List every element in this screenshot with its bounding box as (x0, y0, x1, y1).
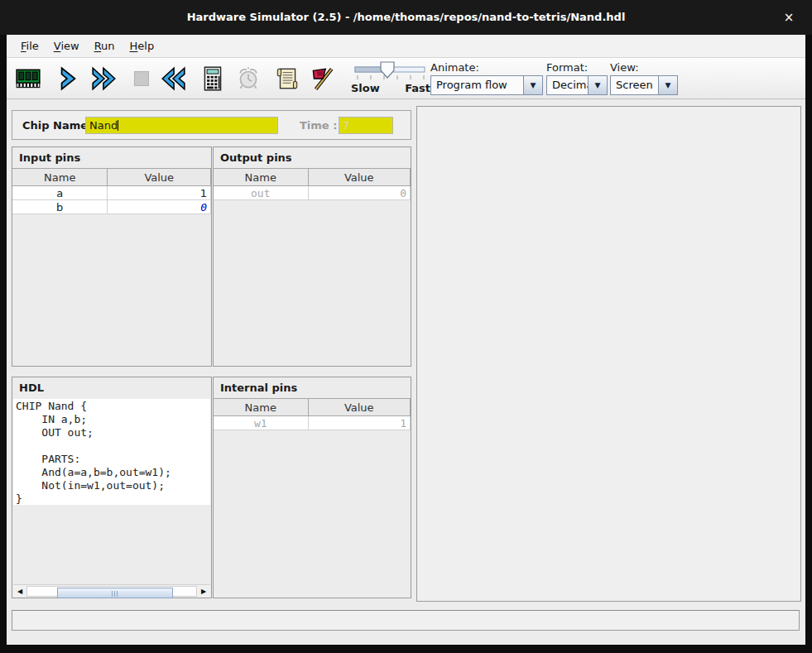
format-label: Format: (546, 61, 608, 74)
menu-bar: File View Run Help (7, 35, 805, 58)
app-window: Hardware Simulator (2.5) - /home/thomas/… (0, 0, 812, 653)
pin-value: 1 (308, 416, 411, 430)
speed-slider-group: Slow Fast (346, 60, 432, 98)
code-line: IN a,b; (16, 413, 208, 426)
hdl-title: HDL (12, 377, 211, 398)
text-caret (118, 120, 118, 131)
menu-view[interactable]: View (46, 36, 87, 55)
hdl-panel: HDL CHIP Nand { IN a,b; OUT out; PARTS: … (12, 377, 212, 598)
pin-name: b (12, 200, 108, 214)
animate-combo-group: Animate: Program flow ▼ (430, 61, 543, 95)
chip-name-bar: Chip Name : Nand Time : 7 (12, 110, 411, 140)
menu-run[interactable]: Run (87, 36, 123, 55)
time-label: Time : (300, 119, 337, 132)
slow-label: Slow (351, 82, 380, 94)
code-line: CHIP Nand { (16, 400, 208, 413)
title-bar: Hardware Simulator (2.5) - /home/thomas/… (0, 0, 812, 35)
calculator-icon (199, 65, 227, 93)
chip-name-input[interactable]: Nand (85, 117, 278, 134)
table-row: w1 1 (214, 416, 411, 430)
hdl-horizontal-scrollbar[interactable]: ◀ ▶ (13, 584, 210, 597)
code-line: } (16, 492, 208, 505)
internal-pins-table: Name Value w1 1 (214, 398, 411, 430)
internal-pins-title: Internal pins (214, 377, 411, 398)
table-header: Name Value (12, 169, 211, 186)
code-line: Not(in=w1,out=out); (16, 479, 208, 492)
screen-view-panel (416, 106, 801, 602)
script-scroll-icon (273, 65, 301, 93)
pin-name: a (12, 186, 108, 200)
stop-icon (127, 65, 156, 93)
fast-label: Fast (405, 82, 430, 94)
close-icon[interactable]: × (781, 9, 797, 26)
breakpoints-button[interactable] (304, 60, 340, 98)
run-icon (90, 65, 118, 93)
input-pins-table: Name Value a 1 b 0 (12, 168, 211, 214)
table-row: out 0 (214, 186, 411, 200)
hdl-code-view: CHIP Nand { IN a,b; OUT out; PARTS: And(… (13, 399, 210, 505)
table-row: a 1 (12, 186, 211, 200)
toolbar: Slow Fast Animate: Program flow ▼ Format… (7, 58, 805, 99)
view-label: View: (610, 61, 678, 74)
code-line: PARTS: (16, 453, 208, 466)
scroll-right-icon[interactable]: ▶ (198, 586, 209, 597)
alarm-clock-icon (234, 65, 262, 93)
chevron-down-icon[interactable]: ▼ (658, 76, 677, 94)
time-field: 7 (339, 117, 393, 134)
input-pins-title: Input pins (12, 147, 211, 168)
view-hdl-button[interactable] (269, 60, 305, 98)
animate-label: Animate: (430, 61, 543, 74)
evaluate-button[interactable] (195, 60, 231, 98)
output-pins-title: Output pins (214, 147, 411, 168)
window-title: Hardware Simulator (2.5) - /home/thomas/… (0, 11, 812, 23)
main-content: Chip Name : Nand Time : 7 Input pins Nam… (7, 99, 805, 645)
pin-name: w1 (214, 416, 308, 430)
format-combo-group: Format: Decimal ▼ (546, 61, 608, 95)
menu-help[interactable]: Help (123, 36, 162, 55)
format-value: Decimal (547, 76, 588, 94)
single-step-icon (54, 65, 82, 93)
table-header: Name Value (214, 169, 411, 186)
pin-name: out (214, 186, 308, 200)
chevron-down-icon[interactable]: ▼ (588, 76, 607, 94)
single-step-button[interactable] (50, 60, 86, 98)
thumb-grip (112, 591, 118, 597)
chevron-down-icon[interactable]: ▼ (523, 76, 542, 94)
code-line: And(a=a,b=b,out=w1); (16, 466, 208, 479)
view-combo-group: View: Screen ▼ (610, 61, 678, 95)
table-row: b 0 (12, 200, 211, 214)
menu-file[interactable]: File (13, 36, 46, 55)
code-line: OUT out; (16, 426, 208, 439)
view-value: Screen (611, 76, 658, 94)
output-pins-table: Name Value out 0 (214, 168, 411, 200)
flag-icon (308, 65, 336, 93)
pin-value: 0 (308, 186, 411, 200)
animate-select[interactable]: Program flow ▼ (430, 75, 543, 95)
animate-value: Program flow (431, 76, 523, 94)
reset-button[interactable] (155, 60, 191, 98)
scrollbar-track[interactable] (26, 586, 197, 597)
run-button[interactable] (86, 60, 123, 98)
speed-slider[interactable] (353, 61, 429, 81)
window-body: File View Run Help (7, 35, 805, 645)
table-header: Name Value (214, 399, 411, 416)
status-bar (12, 610, 800, 631)
internal-pins-panel: Internal pins Name Value w1 1 (213, 377, 411, 598)
input-pins-panel: Input pins Name Value a 1 b 0 (12, 146, 212, 367)
reset-icon (159, 65, 187, 93)
format-select[interactable]: Decimal ▼ (546, 75, 608, 95)
load-chip-button[interactable] (10, 60, 46, 98)
memory-chip-icon (14, 65, 42, 93)
pin-value[interactable]: 0 (108, 200, 211, 214)
scroll-left-icon[interactable]: ◀ (14, 586, 26, 597)
view-select[interactable]: Screen ▼ (610, 75, 678, 95)
output-pins-panel: Output pins Name Value out 0 (213, 146, 411, 367)
pin-value[interactable]: 1 (108, 186, 211, 200)
scrollbar-thumb[interactable] (57, 588, 173, 598)
code-line (16, 439, 208, 453)
clock-button[interactable] (230, 60, 267, 98)
